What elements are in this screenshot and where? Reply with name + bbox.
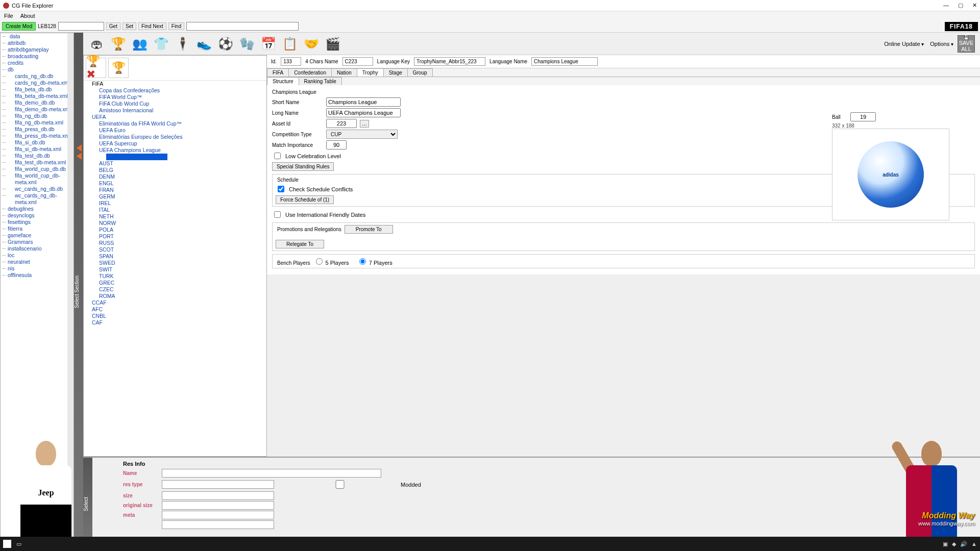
tab-trophy[interactable]: Trophy — [357, 68, 384, 77]
trophy-tree-item[interactable]: GREC — [84, 280, 266, 286]
tray-icon[interactable]: ▣ — [943, 541, 948, 547]
tree-item[interactable]: data — [1, 33, 74, 40]
tree-item[interactable]: debuglines — [1, 206, 74, 212]
trophy-tree-item[interactable]: ENGL — [84, 180, 266, 187]
tree-item[interactable]: fifa_press_db-meta.xml — [1, 133, 74, 139]
maximize-icon[interactable]: ▢ — [958, 2, 963, 9]
tab-fifa[interactable]: FIFA — [267, 68, 289, 77]
trophy-tree-item[interactable]: FIFA Club World Cup — [84, 101, 266, 107]
tree-item[interactable]: nis — [1, 265, 74, 272]
trophy-tree-item[interactable]: SCOT — [84, 246, 266, 253]
promote-button[interactable]: Promote To — [345, 225, 393, 234]
trophy-tree-item[interactable]: TURK — [84, 273, 266, 280]
trophy-tree-item[interactable]: Amistoso Internacional — [84, 107, 266, 114]
tree-item[interactable]: fifa_si_db-meta.xml — [1, 146, 74, 153]
langname-input[interactable] — [531, 57, 598, 66]
taskbar[interactable]: ▭ ▣ ◆ 🔊 ▲ — [0, 537, 980, 551]
trophy-tree-item[interactable]: CZEC — [84, 286, 266, 293]
meta-input[interactable] — [162, 511, 274, 519]
clipboard-icon[interactable]: 📋 — [281, 35, 299, 53]
trophy-tree-item[interactable]: AFC — [84, 306, 266, 313]
tree-item[interactable]: attribdbgameplay — [1, 46, 74, 53]
start-icon[interactable] — [3, 540, 11, 548]
tree-item[interactable]: cards_ng_db.db — [1, 73, 74, 80]
tree-item[interactable]: wc_cards_ng_db.db — [1, 186, 74, 192]
tree-item[interactable]: neuralnet — [1, 259, 74, 265]
tab-group[interactable]: Group — [407, 68, 433, 77]
kit-icon[interactable]: 👕 — [153, 35, 170, 53]
tray-icon[interactable]: ▲ — [971, 541, 977, 547]
trophy-tree-item[interactable]: DENM — [84, 173, 266, 180]
checksched-checkbox[interactable] — [278, 186, 284, 192]
name-input[interactable] — [162, 469, 381, 478]
trophy-tree-item[interactable]: Copa das Confederações — [84, 87, 266, 94]
trophy-tree-item[interactable]: SPAN — [84, 253, 266, 260]
tray-icon[interactable]: ◆ — [952, 541, 956, 547]
menu-file[interactable]: File — [4, 13, 13, 19]
manager-icon[interactable]: 🎬 — [324, 35, 341, 53]
tree-item[interactable]: attribdb — [1, 40, 74, 46]
trophy-tree-item[interactable]: CNBL — [84, 313, 266, 319]
trophy-tree-item[interactable]: BELG — [84, 167, 266, 173]
bench7-radio[interactable]: 7 Players — [357, 260, 393, 266]
save-all-button[interactable]: 💾SAVE ALL — [958, 35, 975, 53]
options-menu[interactable]: Options ▾ — [928, 40, 955, 48]
trophy-tree-item[interactable]: UEFA Euro — [84, 127, 266, 134]
online-update-menu[interactable]: Online Update ▾ — [882, 40, 926, 48]
trophy-tree-item[interactable]: PORT — [84, 233, 266, 240]
tree-item[interactable]: fitierra — [1, 226, 74, 232]
trophy-tree-item[interactable]: ITAL — [84, 207, 266, 213]
id-input[interactable] — [281, 57, 301, 66]
forcesched-button[interactable]: Force Schedule of (1) — [276, 195, 334, 204]
tree-scrollbar[interactable] — [67, 33, 74, 542]
trophy-tree-item[interactable]: CAF — [84, 319, 266, 326]
tree-item[interactable]: fifa_demo_db.db — [1, 99, 74, 106]
tree-item[interactable]: loc — [1, 252, 74, 259]
trophy-tree-item[interactable]: NORW — [84, 220, 266, 227]
tree-item[interactable]: desynclogs — [1, 212, 74, 219]
tree-item[interactable]: fesettings — [1, 219, 74, 226]
tree-item[interactable]: gameface — [1, 232, 74, 239]
trophy-icon[interactable]: 🏆 — [110, 35, 127, 53]
tree-item[interactable]: fifa_demo_db-meta.xml — [1, 106, 74, 113]
trophy-tree-item[interactable]: GERM — [84, 193, 266, 200]
chars-input[interactable] — [342, 57, 373, 66]
team-icon[interactable]: 👥 — [131, 35, 149, 53]
tree-item[interactable]: installscenario — [1, 245, 74, 252]
tree-item[interactable]: fifa_beta_db.db — [1, 86, 74, 93]
create-mod-button[interactable]: Create Mod — [2, 22, 36, 31]
set-button[interactable]: Set — [122, 22, 136, 30]
taskview-icon[interactable]: ▭ — [16, 541, 21, 547]
bench5-radio[interactable]: 5 Players — [313, 260, 349, 266]
trophy-tree-item[interactable]: IREL — [84, 200, 266, 207]
intldates-checkbox[interactable] — [274, 211, 281, 218]
trophy-tree-item[interactable]: Eliminatórias Europeu de Seleções — [84, 134, 266, 140]
minimize-icon[interactable]: — — [943, 2, 949, 9]
ball-icon[interactable]: ⚽ — [217, 35, 234, 53]
trophy-tree-item[interactable]: CCAF — [84, 299, 266, 306]
findnext-button[interactable]: Find Next — [138, 22, 166, 30]
extra-input[interactable] — [162, 520, 274, 529]
trophy-tree-item[interactable]: FIFA World Cup™ — [84, 94, 266, 101]
select-section-tab[interactable]: Select Section — [74, 33, 83, 551]
subtab-structure[interactable]: Structure — [267, 77, 299, 85]
tree-item[interactable]: fifa_press_db.db — [1, 126, 74, 133]
tree-item[interactable]: broadcasting — [1, 53, 74, 60]
tree-item[interactable]: fifa_beta_db-meta.xml — [1, 93, 74, 99]
relegate-button[interactable]: Relegate To — [276, 240, 324, 248]
langkey-input[interactable] — [414, 57, 485, 66]
tray-icon[interactable]: 🔊 — [960, 541, 967, 547]
trophy-tree[interactable]: FIFACopa das ConfederaçõesFIFA World Cup… — [84, 80, 266, 456]
trophy-tree-item[interactable]: ROMA — [84, 293, 266, 299]
trophy-tree-item[interactable]: AUST — [84, 160, 266, 167]
trophy-tree-item[interactable]: POLA — [84, 227, 266, 233]
trophy-tree-item[interactable]: UEFA Champions League — [84, 147, 266, 154]
tab-nation[interactable]: Nation — [331, 68, 357, 77]
trophy-tree-item[interactable]: SWIT — [84, 266, 266, 273]
boot-icon[interactable]: 👟 — [195, 35, 213, 53]
tree-item[interactable]: fifa_ng_db-meta.xml — [1, 119, 74, 126]
calendar-icon[interactable]: 📅 — [260, 35, 277, 53]
size-input[interactable] — [162, 491, 274, 500]
system-tray[interactable]: ▣ ◆ 🔊 ▲ — [943, 541, 977, 547]
nav-arrows[interactable] — [77, 143, 82, 161]
